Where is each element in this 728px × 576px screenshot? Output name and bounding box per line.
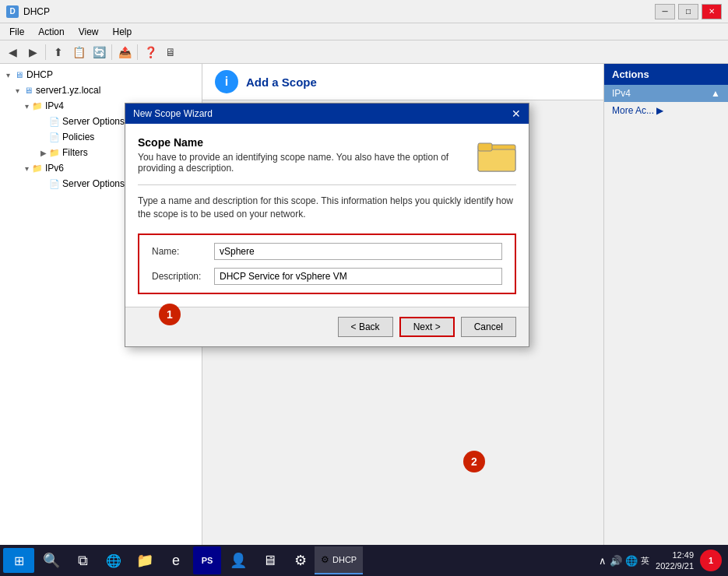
ie-icon[interactable]: e bbox=[162, 546, 190, 574]
tray-network[interactable]: 🌐 bbox=[625, 555, 638, 567]
search-taskbar-icon[interactable]: 🔍 bbox=[37, 546, 65, 574]
add-scope-bar: i Add a Scope bbox=[202, 64, 603, 100]
actions-subheader-label: IPv4 bbox=[612, 88, 631, 99]
notification-badge[interactable]: 1 bbox=[700, 550, 722, 571]
step-marker-2: 2 bbox=[463, 451, 485, 472]
start-button[interactable]: ⊞ bbox=[3, 548, 34, 573]
close-button[interactable]: ✕ bbox=[702, 4, 722, 19]
menu-bar: File Action View Help bbox=[0, 23, 728, 40]
taskbar-app-dhcp[interactable]: ⚙ DHCP bbox=[315, 546, 363, 574]
maximize-button[interactable]: □ bbox=[678, 4, 698, 19]
step-marker-1: 1 bbox=[159, 304, 181, 325]
tree-label-ipv4: IPv4 bbox=[45, 100, 64, 111]
title-bar-left: D DHCP bbox=[6, 5, 50, 18]
wizard-info-text: Type a name and description for this sco… bbox=[138, 195, 516, 221]
tray-volume[interactable]: 🔊 bbox=[610, 555, 622, 567]
edge-icon[interactable]: 🌐 bbox=[100, 546, 128, 574]
tray-expand[interactable]: ∧ bbox=[599, 555, 607, 567]
filters-icon: 📁 bbox=[48, 146, 61, 159]
forward-button[interactable]: ▶ bbox=[23, 43, 42, 61]
mmc-button[interactable]: 🖥 bbox=[161, 43, 180, 61]
actions-subheader: IPv4 ▲ bbox=[604, 85, 728, 102]
expand-dhcp[interactable]: ▾ bbox=[3, 70, 12, 79]
export-button[interactable]: 📤 bbox=[115, 43, 134, 61]
wizard-footer: < Back Next > Cancel bbox=[125, 307, 529, 346]
actions-panel: Actions IPv4 ▲ More Ac... ▶ bbox=[603, 64, 728, 545]
server-icon: 🖥 bbox=[22, 84, 34, 97]
name-label: Name: bbox=[152, 246, 214, 257]
help-button[interactable]: ❓ bbox=[141, 43, 160, 61]
wizard-folder-icon bbox=[477, 136, 516, 175]
dhcp-app-icon[interactable]: ⚙ bbox=[287, 546, 315, 574]
expand-server[interactable]: ▾ bbox=[12, 86, 22, 95]
wizard-header: Scope Name You have to provide an identi… bbox=[138, 136, 516, 185]
tree-item-dhcp[interactable]: ▾ 🖥 DHCP bbox=[0, 67, 202, 83]
tray-lang[interactable]: 英 bbox=[641, 555, 649, 567]
actions-more[interactable]: More Ac... ▶ bbox=[604, 102, 728, 119]
description-input[interactable] bbox=[214, 268, 502, 285]
ipv6-icon: 📁 bbox=[31, 162, 44, 174]
show-scope-button[interactable]: 📋 bbox=[69, 43, 88, 61]
taskbar-icons: 🔍 ⧉ 🌐 📁 e PS 👤 🖥 ⚙ bbox=[37, 546, 315, 574]
wizard-step-title: Scope Name bbox=[138, 136, 477, 149]
marker-1-label: 1 bbox=[167, 308, 173, 321]
actions-more-label: More Ac... bbox=[612, 105, 654, 116]
tree-label-server: server1.yz.local bbox=[36, 85, 100, 96]
toolbar-sep-3 bbox=[137, 44, 138, 60]
name-input[interactable] bbox=[214, 243, 502, 260]
expand-ipv6[interactable]: ▾ bbox=[22, 163, 31, 173]
wizard-title-bar: New Scope Wizard ✕ bbox=[125, 104, 529, 124]
title-controls[interactable]: ─ □ ✕ bbox=[655, 4, 722, 19]
menu-help[interactable]: Help bbox=[107, 25, 139, 39]
taskbar-right: ∧ 🔊 🌐 英 12:49 2022/9/21 1 bbox=[599, 550, 725, 572]
wizard-dialog: New Scope Wizard ✕ Scope Name You have t… bbox=[125, 103, 529, 347]
dhcp-icon: 🖥 bbox=[12, 68, 25, 81]
toolbar-sep-2 bbox=[111, 44, 112, 60]
notification-count: 1 bbox=[709, 556, 713, 565]
svg-rect-1 bbox=[478, 149, 515, 171]
menu-file[interactable]: File bbox=[3, 25, 30, 39]
task-view-icon[interactable]: ⧉ bbox=[69, 546, 97, 574]
taskbar: ⊞ 🔍 ⧉ 🌐 📁 e PS 👤 🖥 ⚙ ⚙ DHCP ∧ 🔊 🌐 英 12:4… bbox=[0, 545, 728, 576]
tray-icons: ∧ 🔊 🌐 英 bbox=[599, 555, 649, 567]
wizard-step-desc: You have to provide an identifying scope… bbox=[138, 152, 477, 174]
explorer-icon[interactable]: 📁 bbox=[131, 546, 159, 574]
refresh-button[interactable]: 🔄 bbox=[90, 43, 108, 61]
policies-icon: 📄 bbox=[48, 131, 61, 143]
app-icon: D bbox=[6, 5, 19, 18]
back-button[interactable]: < Back bbox=[338, 317, 393, 337]
powershell-icon[interactable]: PS bbox=[193, 546, 221, 574]
menu-view[interactable]: View bbox=[72, 25, 105, 39]
expand-filters[interactable]: ▶ bbox=[39, 148, 48, 157]
tree-label-server-options-ipv4: Server Options bbox=[62, 116, 125, 127]
start-icon: ⊞ bbox=[14, 553, 24, 568]
expand-ipv4[interactable]: ▾ bbox=[22, 101, 31, 111]
description-label: Description: bbox=[152, 271, 214, 282]
tree-item-server[interactable]: ▾ 🖥 server1.yz.local bbox=[0, 83, 202, 98]
wizard-close-icon[interactable]: ✕ bbox=[512, 107, 521, 120]
clock-date: 2022/9/21 bbox=[656, 560, 694, 571]
up-button[interactable]: ⬆ bbox=[49, 43, 68, 61]
server-mgmt-icon[interactable]: 🖥 bbox=[255, 546, 283, 574]
actions-collapse-icon[interactable]: ▲ bbox=[711, 88, 720, 99]
taskbar-app-dhcp-label: DHCP bbox=[332, 555, 357, 564]
window-title: DHCP bbox=[23, 6, 50, 17]
server-options-ipv6-icon: 📄 bbox=[48, 177, 61, 190]
marker-2-label: 2 bbox=[471, 455, 477, 468]
actions-header: Actions bbox=[604, 64, 728, 85]
wizard-content: Scope Name You have to provide an identi… bbox=[125, 124, 529, 307]
next-button[interactable]: Next > bbox=[399, 317, 455, 337]
minimize-button[interactable]: ─ bbox=[655, 4, 675, 19]
taskbar-clock[interactable]: 12:49 2022/9/21 bbox=[656, 550, 694, 572]
info-icon: i bbox=[215, 70, 238, 93]
back-button[interactable]: ◀ bbox=[3, 43, 22, 61]
svg-rect-2 bbox=[478, 143, 492, 151]
clock-time: 12:49 bbox=[656, 550, 694, 560]
tree-label-filters: Filters bbox=[62, 147, 88, 158]
menu-action[interactable]: Action bbox=[32, 25, 70, 39]
cancel-button[interactable]: Cancel bbox=[461, 317, 516, 337]
toolbar: ◀ ▶ ⬆ 📋 🔄 📤 ❓ 🖥 bbox=[0, 40, 728, 64]
actions-more-arrow: ▶ bbox=[656, 105, 663, 116]
tree-label-server-options-ipv6: Server Options bbox=[62, 178, 125, 189]
user-mgmt-icon[interactable]: 👤 bbox=[224, 546, 252, 574]
